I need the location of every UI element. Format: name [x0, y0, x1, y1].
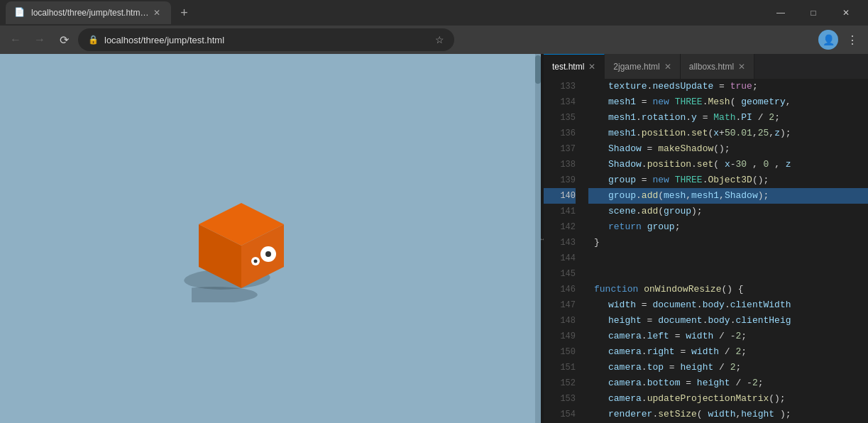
tab-bar: 📄 localhost/three/jump/test.htm… ✕ + — □…: [0, 0, 868, 26]
line-152: 152: [544, 375, 576, 391]
back-button[interactable]: ←: [6, 30, 26, 50]
line-numbers: 133 134 135 136 137 138 139 140 141 142 …: [544, 79, 583, 423]
code-line-145: [588, 266, 868, 282]
code-line-154: renderer.setSize( width,height );: [588, 407, 868, 422]
code-line-143: }: [588, 235, 868, 251]
code-line-153: camera.updateProjectionMatrix();: [588, 391, 868, 407]
code-line-135: mesh1.rotation.y = Math.PI / 2;: [588, 110, 868, 126]
code-line-134: mesh1 = new THREE.Mesh( geometry,: [588, 94, 868, 110]
editor-tab-allboxs[interactable]: allboxs.html ✕: [681, 54, 754, 79]
editor-tab-allboxs-label: allboxs.html: [689, 62, 734, 72]
refresh-button[interactable]: ⟳: [54, 30, 74, 50]
editor-tab-allboxs-close[interactable]: ✕: [738, 62, 745, 72]
browser-viewport: [0, 54, 541, 423]
scrollbar-thumb[interactable]: [535, 55, 541, 84]
browser-tab-active[interactable]: 📄 localhost/three/jump/test.htm… ✕: [6, 1, 171, 24]
code-line-142: return group;: [588, 219, 868, 235]
line-144: 144: [544, 251, 576, 266]
forward-button[interactable]: →: [30, 30, 50, 50]
minimize-button[interactable]: —: [764, 0, 797, 26]
code-line-149: camera.left = width / -2;: [588, 329, 868, 344]
iso-box: [192, 203, 284, 274]
address-bar: ← → ⟳ 🔒 localhost/three/jump/test.html ☆…: [0, 26, 868, 54]
code-line-140: group.add(mesh,mesh1,Shadow);: [588, 188, 868, 204]
line-147: 147: [544, 297, 576, 313]
line-133: 133: [544, 79, 576, 94]
maximize-button[interactable]: □: [797, 0, 830, 26]
editor-tab-test-label: test.html: [552, 62, 584, 72]
editor-tab-2jgame-close[interactable]: ✕: [664, 62, 671, 72]
tab-favicon: 📄: [14, 7, 26, 18]
url-text: localhost/three/jump/test.html: [104, 35, 429, 45]
code-line-137: Shadow = makeShadow();: [588, 141, 868, 157]
line-146: 146: [544, 282, 576, 297]
line-135: 135: [544, 110, 576, 126]
code-line-147: width = document.body.clientWidth: [588, 297, 868, 313]
isometric-box-svg: [192, 203, 312, 302]
line-139: 139: [544, 172, 576, 188]
svg-point-7: [254, 260, 258, 263]
line-148: 148: [544, 313, 576, 329]
3d-scene: [0, 54, 541, 423]
svg-point-0: [192, 287, 260, 302]
browser-chrome: 📄 localhost/three/jump/test.htm… ✕ + — □…: [0, 0, 868, 54]
3d-box-container: [192, 203, 284, 274]
line-140: 140: [544, 188, 576, 204]
code-line-150: camera.right = width / 2;: [588, 344, 868, 360]
line-151: 151: [544, 360, 576, 375]
editor-content: 133 134 135 136 137 138 139 140 141 142 …: [544, 79, 868, 423]
code-line-136: mesh1.position.set(x+50.01,25,z);: [588, 126, 868, 141]
editor-tab-2jgame-label: 2jgame.html: [613, 62, 659, 72]
svg-point-5: [265, 251, 271, 257]
viewport-scrollbar[interactable]: [535, 54, 541, 423]
line-138: 138: [544, 157, 576, 172]
line-149: 149: [544, 329, 576, 344]
tab-close-button[interactable]: ✕: [151, 7, 163, 18]
menu-button[interactable]: ⋮: [842, 30, 862, 50]
code-line-152: camera.bottom = height / -2;: [588, 375, 868, 391]
code-line-146: function onWindowResize() {: [588, 282, 868, 297]
editor-tab-test[interactable]: test.html ✕: [544, 54, 605, 79]
line-134: 134: [544, 94, 576, 110]
code-line-133: texture.needsUpdate = true;: [588, 79, 868, 94]
line-141: 141: [544, 204, 576, 219]
close-button[interactable]: ✕: [830, 0, 862, 26]
line-142: 142: [544, 219, 576, 235]
code-line-144: [588, 251, 868, 266]
line-153: 153: [544, 391, 576, 407]
line-145: 145: [544, 266, 576, 282]
code-line-141: scene.add(group);: [588, 204, 868, 219]
window-controls: — □ ✕: [764, 0, 862, 26]
new-tab-button[interactable]: +: [174, 3, 194, 23]
url-bar[interactable]: 🔒 localhost/three/jump/test.html ☆: [78, 28, 454, 51]
editor-tab-2jgame[interactable]: 2jgame.html ✕: [605, 54, 680, 79]
code-line-151: camera.top = height / 2;: [588, 360, 868, 375]
editor-tab-close[interactable]: ✕: [588, 62, 595, 72]
code-editor: test.html ✕ 2jgame.html ✕ allboxs.html ✕…: [544, 54, 868, 423]
line-154: 154: [544, 407, 576, 422]
lock-icon: 🔒: [88, 35, 99, 45]
line-150: 150: [544, 344, 576, 360]
code-line-148: height = document.body.clientHeig: [588, 313, 868, 329]
tab-title: localhost/three/jump/test.htm…: [31, 8, 148, 18]
profile-button[interactable]: 👤: [818, 30, 838, 50]
bookmark-icon[interactable]: ☆: [435, 34, 444, 45]
code-line-138: Shadow.position.set( x-30 , 0 , z: [588, 157, 868, 172]
code-content[interactable]: texture.needsUpdate = true; mesh1 = new …: [583, 79, 868, 423]
editor-tab-bar: test.html ✕ 2jgame.html ✕ allboxs.html ✕: [544, 54, 868, 79]
code-line-139: group = new THREE.Object3D();: [588, 172, 868, 188]
main-content: ↔ test.html ✕ 2jgame.html ✕ allboxs.html…: [0, 54, 868, 423]
line-136: 136: [544, 126, 576, 141]
line-137: 137: [544, 141, 576, 157]
line-143: 143: [544, 235, 576, 251]
